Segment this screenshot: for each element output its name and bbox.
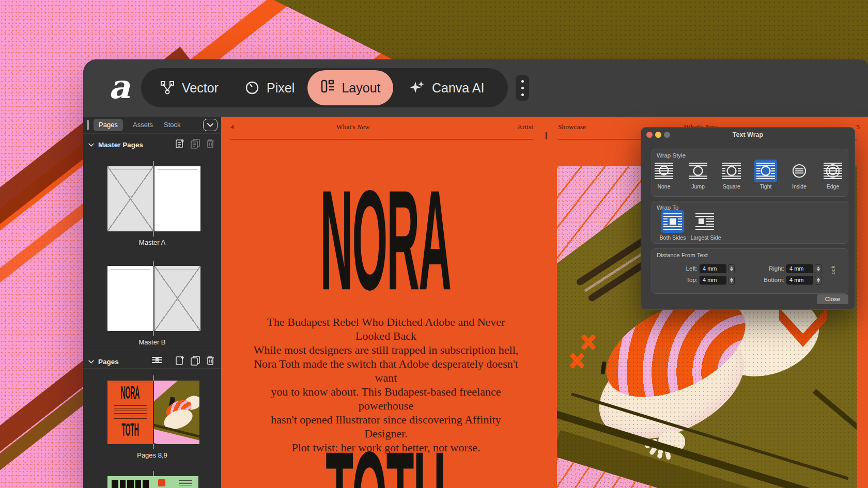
body-line: The Budapest Rebel Who Ditched Adobe and… xyxy=(252,315,520,343)
panel-collapse-button[interactable] xyxy=(203,119,218,131)
apply-master-icon[interactable] xyxy=(151,355,163,366)
thumb-title-top: NORA xyxy=(119,382,142,404)
chevron-down-icon xyxy=(207,123,213,127)
board-edge xyxy=(571,392,848,480)
gutter-tick xyxy=(546,132,547,139)
group-label: Distance From Text xyxy=(657,252,708,258)
wrap-to-label: Largest Side xyxy=(687,234,724,241)
wrap-tight-icon xyxy=(756,161,776,181)
persona-label: Pixel xyxy=(267,81,295,96)
headline-nora[interactable]: NORA xyxy=(315,169,457,311)
master-a-label: Master A xyxy=(83,239,221,246)
wrap-both-sides-icon xyxy=(663,212,683,231)
next-spread-thumbnail[interactable] xyxy=(107,476,198,488)
pages-panel: Pages Assets Stock Master Pages xyxy=(83,117,221,488)
wrap-style-none[interactable] xyxy=(653,160,675,182)
distance-top-input[interactable]: 4 mm xyxy=(700,276,726,285)
vector-nodes-icon xyxy=(160,80,175,96)
spread-tick xyxy=(153,261,154,266)
trash-icon[interactable] xyxy=(206,138,215,149)
duplicate-page-icon[interactable] xyxy=(190,138,200,149)
add-page-icon[interactable] xyxy=(175,355,185,366)
persona-label: Layout xyxy=(342,81,380,96)
layout-frames-icon xyxy=(320,78,335,97)
vertical-ellipsis-icon xyxy=(521,80,524,83)
distance-bottom-stepper[interactable] xyxy=(815,276,822,285)
wrap-style-jump[interactable] xyxy=(687,160,709,182)
persona-vector[interactable]: Vector xyxy=(160,68,219,107)
wrap-style-label: Inside xyxy=(783,183,816,190)
wrap-none-icon xyxy=(654,161,674,181)
tab-assets[interactable]: Assets xyxy=(128,119,158,131)
panel-drag-handle[interactable] xyxy=(87,120,89,130)
master-a-thumbnail[interactable] xyxy=(107,166,200,231)
wrap-style-label: None xyxy=(647,183,680,190)
group-label: Wrap Style xyxy=(657,152,686,159)
divider xyxy=(83,351,221,351)
pink-wood-bottom xyxy=(557,458,854,488)
thumb-title-bottom: TOTH xyxy=(119,419,142,441)
spread-tick xyxy=(153,331,154,336)
rice-blob xyxy=(582,311,761,461)
running-head-showcase: Showcase xyxy=(558,123,586,131)
persona-label: Canva AI xyxy=(432,81,484,96)
persona-layout[interactable]: Layout xyxy=(307,70,393,105)
thumbnail-right-page xyxy=(154,381,199,444)
spread-tick xyxy=(153,161,154,166)
trash-icon[interactable] xyxy=(206,355,215,366)
duplicate-page-icon[interactable] xyxy=(190,355,200,366)
chevron-down-icon xyxy=(88,143,94,147)
spread-tick xyxy=(153,471,154,476)
master-page-left xyxy=(107,166,153,231)
pages-8-9-thumbnail[interactable]: NORA TOTH xyxy=(107,381,199,444)
distance-top-stepper[interactable] xyxy=(728,276,735,285)
orange-garnish xyxy=(779,308,827,349)
distance-left-stepper[interactable] xyxy=(728,264,735,273)
distance-right-input[interactable]: 4 mm xyxy=(786,264,813,273)
distance-left-input[interactable]: 4 mm xyxy=(700,264,726,273)
distance-top-label: Top: xyxy=(668,277,698,283)
distance-bottom-label: Bottom: xyxy=(754,277,784,283)
persona-switcher: Vector Pixel Layou xyxy=(141,68,508,107)
persona-canva-ai[interactable]: Canva AI xyxy=(409,68,484,107)
affinity-logo[interactable]: a xyxy=(106,69,133,105)
running-head-artist: Artist xyxy=(456,123,533,131)
running-head-left: What's New xyxy=(288,123,417,131)
spread-tick xyxy=(153,231,154,237)
wrap-style-label: Jump xyxy=(681,183,715,190)
master-b-label: Master B xyxy=(83,338,221,346)
wrap-style-tight[interactable] xyxy=(754,160,777,182)
wrap-to-largest-side[interactable] xyxy=(693,210,716,233)
persona-label: Vector xyxy=(182,81,219,96)
body-line: Nora Toth made the switch that Adobe des… xyxy=(252,357,520,385)
wrap-style-label: Edge xyxy=(816,183,849,190)
tab-pages[interactable]: Pages xyxy=(94,119,123,131)
master-b-thumbnail[interactable] xyxy=(107,266,200,331)
section-title: Pages xyxy=(98,358,119,366)
close-button[interactable]: Close xyxy=(817,294,848,304)
wrap-style-group: Wrap Style None Jump Square xyxy=(652,149,848,197)
headline-toth[interactable]: TOTH xyxy=(315,431,457,488)
wrap-style-inside[interactable] xyxy=(788,160,811,182)
master-page-left xyxy=(107,266,153,331)
wrap-to-both-sides[interactable] xyxy=(661,210,684,233)
screenshot-stage: a Vector Pixel xyxy=(0,0,868,488)
wrap-to-group: Wrap To Both Sides Largest Side xyxy=(652,201,848,244)
wrap-style-square[interactable] xyxy=(720,160,743,182)
pages-8-9-label: Pages 8,9 xyxy=(83,451,221,459)
add-page-icon[interactable] xyxy=(175,138,185,149)
wrap-largest-side-icon xyxy=(695,212,715,231)
wrap-style-edge[interactable] xyxy=(822,160,844,182)
overflow-menu-button[interactable] xyxy=(516,75,529,101)
distance-bottom-input[interactable]: 4 mm xyxy=(786,276,813,285)
master-page-right xyxy=(154,266,200,331)
distance-right-stepper[interactable] xyxy=(815,264,822,273)
sparkles-icon xyxy=(409,80,425,96)
body-line: you to know about. This Budapest-based f… xyxy=(252,385,520,413)
persona-pixel[interactable]: Pixel xyxy=(244,68,295,107)
tab-stock[interactable]: Stock xyxy=(159,119,186,131)
wrap-style-label: Tight xyxy=(749,183,782,190)
divider xyxy=(83,368,221,369)
distance-left-label: Left: xyxy=(668,265,698,272)
octopus-hand xyxy=(658,431,685,451)
